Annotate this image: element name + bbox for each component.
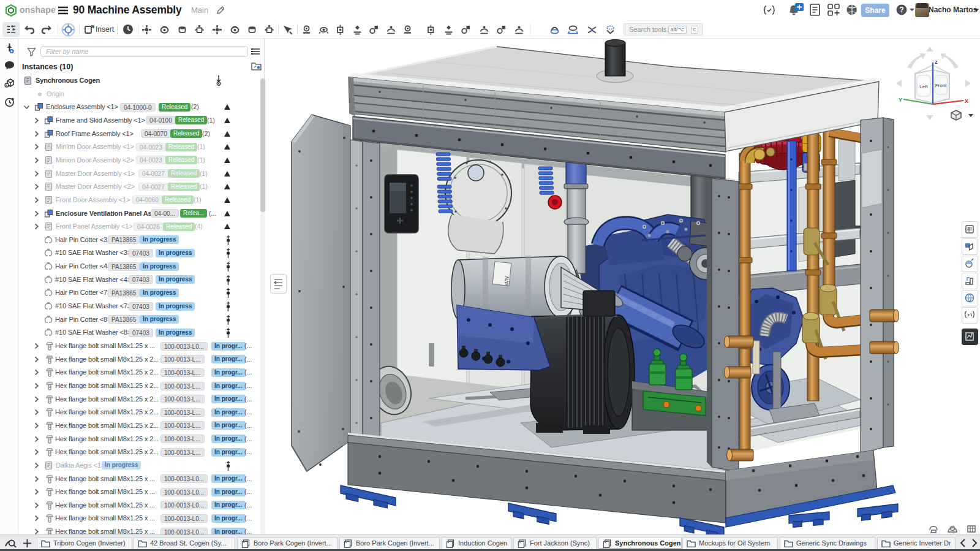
svg-text:X: X (965, 98, 968, 104)
svg-text:Left: Left (919, 84, 928, 89)
svg-text:Front: Front (935, 83, 947, 88)
svg-text:N/P: N/P (503, 276, 510, 286)
svg-text:?: ? (899, 6, 903, 14)
svg-text:z: z (935, 59, 938, 65)
svg-text:Y: Y (899, 97, 902, 103)
